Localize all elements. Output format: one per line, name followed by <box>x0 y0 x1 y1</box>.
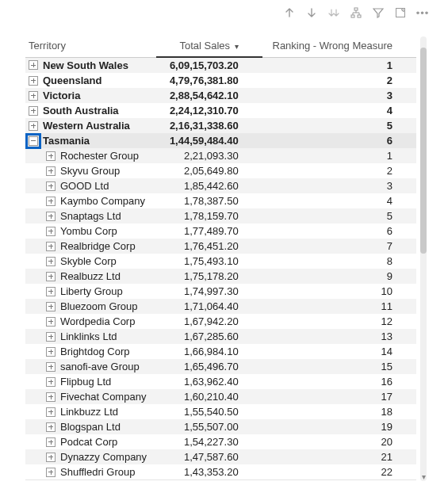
expand-icon[interactable] <box>29 76 38 86</box>
expand-icon[interactable] <box>46 287 56 296</box>
table-row[interactable]: Queensland4,79,76,381.802 <box>25 73 416 88</box>
expand-icon[interactable] <box>46 197 56 206</box>
territory-label: Western Australia <box>43 120 130 132</box>
expand-icon[interactable] <box>46 227 56 236</box>
rank-value: 3 <box>262 88 416 103</box>
territory-label: New South Wales <box>43 59 128 71</box>
expand-icon[interactable] <box>46 392 56 402</box>
table-row[interactable]: Brightdog Corp1,66,984.1014 <box>25 344 416 359</box>
table-row[interactable]: Western Australia2,16,31,338.605 <box>25 118 416 133</box>
rank-value: 22 <box>262 464 416 480</box>
expand-icon[interactable] <box>29 91 38 101</box>
expand-icon[interactable] <box>46 257 56 266</box>
table-row[interactable]: Snaptags Ltd1,78,159.705 <box>25 208 416 223</box>
sales-value: 1,75,178.20 <box>156 269 262 284</box>
focus-icon[interactable] <box>394 6 407 19</box>
expand-icon[interactable] <box>29 106 38 116</box>
table-row[interactable]: Blogspan Ltd1,55,507.0019 <box>25 419 416 434</box>
territory-label: Rochester Group <box>60 150 139 162</box>
table-row[interactable]: Dynazzy Company1,47,587.6021 <box>25 449 416 464</box>
table-row[interactable]: Skyble Corp1,75,493.108 <box>25 254 416 269</box>
territory-label: Fivechat Company <box>60 391 146 403</box>
arrow-down-icon[interactable] <box>305 6 318 19</box>
expand-icon[interactable] <box>46 453 56 462</box>
table-row[interactable]: Fivechat Company1,60,210.4017 <box>25 389 416 404</box>
sales-value: 1,54,227.30 <box>156 434 262 449</box>
territory-label: Wordpedia Corp <box>60 315 135 327</box>
territory-label: Skyvu Group <box>60 165 120 177</box>
territory-label: Linklinks Ltd <box>60 330 117 342</box>
visual-toolbar: ••• <box>283 6 429 19</box>
table-row[interactable]: Yombu Corp1,77,489.706 <box>25 223 416 239</box>
col-ranking[interactable]: Ranking - Wrong Measure <box>262 36 416 57</box>
table-row[interactable]: GOOD Ltd1,85,442.603 <box>25 178 416 193</box>
matrix-visual: Territory Total Sales ▾ Ranking - Wrong … <box>25 36 429 481</box>
collapse-icon[interactable] <box>29 136 38 146</box>
rank-value: 14 <box>262 344 416 359</box>
territory-label: Brightdog Corp <box>60 346 129 357</box>
col-total-sales[interactable]: Total Sales ▾ <box>156 36 262 57</box>
expand-icon[interactable] <box>46 302 56 311</box>
table-row[interactable]: Realbuzz Ltd1,75,178.209 <box>25 269 416 284</box>
hierarchy-icon[interactable] <box>350 6 362 19</box>
expand-icon[interactable] <box>46 272 56 281</box>
table-row[interactable]: Skyvu Group2,05,649.802 <box>25 163 416 178</box>
sales-value: 4,79,76,381.80 <box>156 73 262 88</box>
sales-value: 1,85,442.60 <box>156 178 262 193</box>
vertical-scrollbar[interactable]: ▴ ▾ <box>418 36 429 481</box>
rank-value: 12 <box>262 314 416 329</box>
table-row[interactable]: Kaymbo Company1,78,387.504 <box>25 193 416 208</box>
svg-rect-2 <box>358 15 361 17</box>
expand-icon[interactable] <box>46 362 56 372</box>
expand-icon[interactable] <box>46 422 56 432</box>
table-row[interactable]: Realbridge Corp1,76,451.207 <box>25 239 416 254</box>
drill-up-icon[interactable] <box>327 6 340 19</box>
table-row[interactable]: Linkbuzz Ltd1,55,540.5018 <box>25 404 416 419</box>
rank-value: 4 <box>262 103 416 118</box>
table-row[interactable]: Flipbug Ltd1,63,962.4016 <box>25 374 416 389</box>
table-row[interactable]: sanofi-ave Group1,65,496.7015 <box>25 359 416 374</box>
table-row[interactable]: New South Wales6,09,15,703.201 <box>25 57 416 73</box>
table-row[interactable]: Shuffledri Group1,43,353.2022 <box>25 464 416 480</box>
expand-icon[interactable] <box>29 121 38 131</box>
expand-icon[interactable] <box>46 347 56 357</box>
rank-value: 6 <box>262 133 416 148</box>
territory-label: sanofi-ave Group <box>60 361 140 372</box>
table-row[interactable]: Rochester Group2,21,093.301 <box>25 148 416 163</box>
rank-value: 1 <box>262 57 416 73</box>
arrow-up-icon[interactable] <box>283 6 296 19</box>
rank-value: 18 <box>262 404 416 419</box>
table-row[interactable]: Victoria2,88,54,642.103 <box>25 88 416 103</box>
table-row[interactable]: Bluezoom Group1,71,064.4011 <box>25 299 416 314</box>
table-row[interactable]: Tasmania1,44,59,484.406 <box>25 133 416 148</box>
territory-label: South Australia <box>43 105 119 117</box>
expand-icon[interactable] <box>46 242 56 251</box>
table-row[interactable]: Linklinks Ltd1,67,285.6013 <box>25 329 416 344</box>
filter-icon[interactable] <box>372 6 385 19</box>
rank-value: 2 <box>262 73 416 88</box>
expand-icon[interactable] <box>46 212 56 221</box>
table-row[interactable]: Podcat Corp1,54,227.3020 <box>25 434 416 449</box>
more-icon[interactable]: ••• <box>416 6 429 19</box>
expand-icon[interactable] <box>46 468 56 477</box>
scroll-thumb[interactable] <box>420 48 427 254</box>
expand-icon[interactable] <box>46 181 56 191</box>
expand-icon[interactable] <box>46 407 56 417</box>
expand-icon[interactable] <box>46 151 56 161</box>
sales-value: 1,66,984.10 <box>156 344 262 359</box>
expand-icon[interactable] <box>46 317 56 327</box>
expand-icon[interactable] <box>46 377 56 387</box>
expand-icon[interactable] <box>29 60 38 70</box>
table-row[interactable]: South Australia2,24,12,310.704 <box>25 103 416 118</box>
expand-icon[interactable] <box>46 166 56 176</box>
expand-icon[interactable] <box>46 437 56 447</box>
expand-icon[interactable] <box>46 332 56 342</box>
table-row[interactable]: Wordpedia Corp1,67,942.2012 <box>25 314 416 329</box>
table-row[interactable]: Liberty Group1,74,997.3010 <box>25 284 416 299</box>
sales-value: 6,09,15,703.20 <box>156 57 262 73</box>
sales-value: 2,88,54,642.10 <box>156 88 262 103</box>
sales-value: 1,43,353.20 <box>156 464 262 480</box>
scroll-down-icon[interactable]: ▾ <box>419 473 427 481</box>
rank-value: 3 <box>262 178 416 193</box>
col-territory[interactable]: Territory <box>25 36 156 57</box>
